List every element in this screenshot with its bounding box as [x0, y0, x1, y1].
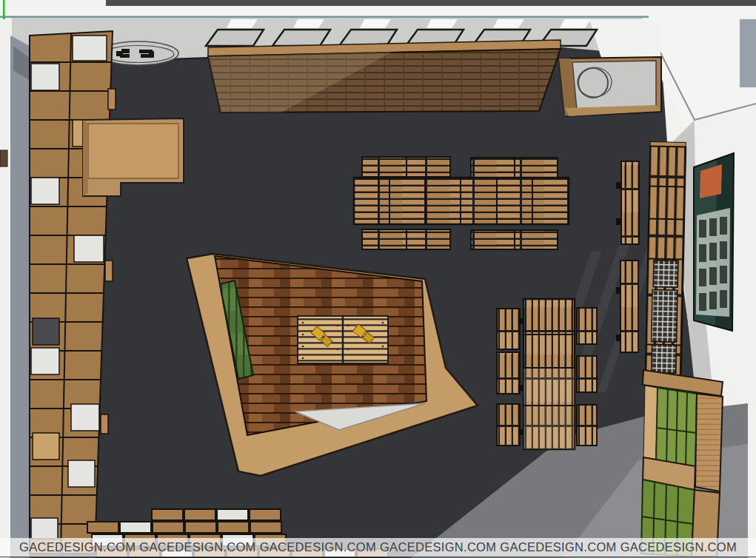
cube-row-2 — [87, 522, 281, 533]
shelf-tan-column — [643, 386, 658, 460]
wall-highlight — [589, 19, 660, 59]
display-shelf-right — [646, 142, 686, 383]
right-wall-top-strip — [740, 19, 756, 87]
axis-line-green — [3, 0, 5, 19]
left-wall-white-edge — [0, 18, 12, 558]
bench-cluster-right — [497, 299, 597, 449]
desk-side — [83, 120, 88, 196]
bench — [497, 352, 520, 394]
scene-svg — [0, 0, 756, 558]
left-wall-gray-strip — [10, 36, 30, 558]
cube-row-1 — [152, 509, 281, 520]
bench — [577, 356, 597, 392]
bench — [497, 309, 520, 349]
wall-niche — [0, 150, 7, 167]
desk-top — [88, 124, 178, 178]
rendered-interior-scene: GACEDESIGN.COM GACEDESIGN.COM GACEDESIGN… — [0, 0, 756, 558]
side-cabinet — [559, 57, 661, 116]
bench — [497, 404, 520, 446]
ceiling-slat-panel — [208, 40, 561, 112]
shelf-wood-side-upper — [695, 394, 723, 491]
watermark-text: GACEDESIGN.COM — [139, 540, 255, 554]
shelf-mesh-panels — [651, 260, 678, 374]
cabinet-top — [572, 61, 656, 110]
watermark-bar: GACEDESIGN.COM GACEDESIGN.COM GACEDESIGN… — [0, 538, 756, 557]
green-storage-shelf — [641, 370, 723, 557]
wall-poster — [694, 153, 734, 331]
left-wall — [0, 18, 31, 558]
watermark-text: GACEDESIGN.COM — [260, 540, 376, 554]
platform-table — [298, 316, 388, 363]
table-highlight — [523, 368, 575, 449]
watermark-text: GACEDESIGN.COM — [380, 540, 496, 554]
watermark-text: GACEDESIGN.COM — [500, 540, 616, 554]
teal-trim — [0, 16, 649, 19]
bench — [577, 308, 597, 344]
bench — [577, 405, 597, 446]
watermark-text: GACEDESIGN.COM — [19, 540, 136, 554]
watermark-text: GACEDESIGN.COM — [620, 540, 737, 554]
